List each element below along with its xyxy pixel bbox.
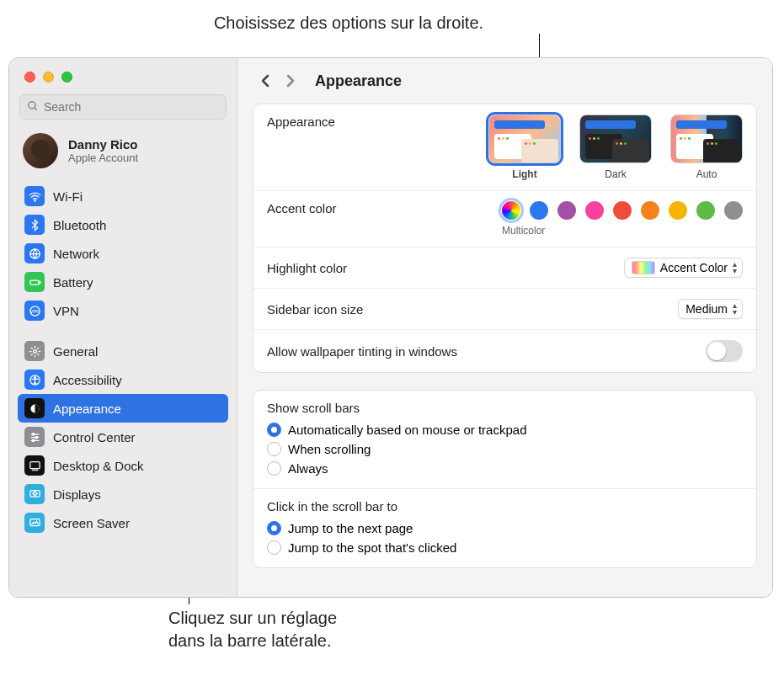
sidebar-item-displays[interactable]: Displays [18, 480, 228, 508]
sidebar-item-bluetooth[interactable]: Bluetooth [18, 210, 228, 239]
sidebar-item-screensaver[interactable]: Screen Saver [18, 508, 228, 537]
accent-color-f7439b[interactable] [585, 201, 604, 220]
theme-label: Light [512, 168, 536, 180]
svg-rect-18 [29, 461, 39, 468]
displays-icon [24, 484, 45, 504]
search-icon [27, 100, 39, 114]
desktop-icon [24, 455, 45, 476]
accent-color-group [502, 201, 743, 220]
theme-thumbnail [488, 114, 561, 163]
appearance-theme-group: Light Dark Auto [488, 114, 743, 180]
radio-label: Jump to the spot that's clicked [288, 540, 456, 555]
radio-label: Jump to the next page [288, 521, 413, 535]
svg-point-10 [34, 376, 35, 378]
svg-rect-4 [29, 280, 38, 285]
sidebar-item-vpn[interactable]: VPNVPN [18, 296, 228, 325]
accent-color-a550a7[interactable] [557, 201, 576, 220]
sidebar-item-desktop[interactable]: Desktop & Dock [18, 451, 228, 480]
svg-point-2 [34, 200, 35, 200]
sidebar-icon-size-popup[interactable]: Medium ▴▾ [678, 299, 743, 319]
click-scrollbar-option-0[interactable]: Jump to the next page [267, 519, 743, 538]
search-field[interactable] [19, 94, 227, 120]
accent-color-8e8e93[interactable] [724, 201, 743, 220]
system-settings-window: Danny Rico Apple Account Wi-FiBluetoothN… [8, 57, 773, 598]
appearance-icon [24, 398, 45, 418]
close-button[interactable] [24, 72, 35, 82]
toolbar: Appearance [237, 58, 772, 98]
chevron-updown-icon: ▴▾ [733, 302, 737, 316]
accent-color-2b77ef[interactable] [530, 201, 548, 220]
scroll-bars-option-2[interactable]: Always [267, 459, 743, 478]
screensaver-icon [24, 513, 45, 533]
wallpaper-tinting-toggle[interactable] [706, 340, 743, 362]
sidebar-item-label: Control Center [53, 430, 136, 444]
accent-color-ee4d3a[interactable] [613, 201, 632, 220]
svg-point-15 [32, 433, 35, 435]
sidebar-item-appearance[interactable]: Appearance [18, 394, 228, 423]
highlight-color-swatch [632, 261, 655, 274]
general-icon [24, 341, 45, 361]
sidebar-item-battery[interactable]: Battery [18, 268, 228, 296]
highlight-color-value: Accent Color [660, 261, 728, 274]
scroll-bars-header: Show scroll bars [267, 401, 743, 415]
avatar [23, 133, 58, 168]
chevron-updown-icon: ▴▾ [733, 261, 737, 274]
radio-button [267, 442, 281, 456]
minimize-button[interactable] [43, 72, 54, 82]
sidebar-item-label: Accessibility [53, 373, 122, 387]
svg-point-0 [29, 101, 35, 108]
back-button[interactable] [256, 72, 275, 90]
sidebar-item-network[interactable]: Network [18, 239, 228, 268]
sidebar-item-controlcenter[interactable]: Control Center [18, 423, 228, 451]
annotation-bottom-l1: Cliquez sur un réglage [168, 607, 337, 630]
theme-label: Auto [696, 168, 717, 180]
theme-label: Dark [605, 168, 626, 180]
theme-option-light[interactable]: Light [488, 114, 561, 180]
radio-button [267, 521, 281, 535]
sidebar-item-label: Battery [53, 275, 93, 290]
battery-icon [24, 272, 45, 292]
accent-selected-name: Multicolor [502, 225, 743, 237]
accent-color-multicolor[interactable] [502, 201, 520, 220]
accent-color-f7821b[interactable] [641, 201, 659, 220]
highlight-color-popup[interactable]: Accent Color ▴▾ [624, 258, 743, 278]
sidebar-item-label: VPN [53, 304, 79, 318]
sidebar-item-accessibility[interactable]: Accessibility [18, 365, 228, 394]
appearance-panel: Appearance Light Dark A [253, 104, 757, 373]
sidebar-item-label: Wi-Fi [53, 189, 83, 204]
sidebar-item-general[interactable]: General [18, 337, 228, 365]
scroll-bars-option-1[interactable]: When scrolling [267, 439, 743, 459]
sidebar-icon-size-value: Medium [685, 302, 728, 316]
radio-button [267, 423, 281, 437]
sidebar-item-label: General [53, 344, 98, 359]
radio-button [267, 540, 281, 555]
window-controls [9, 58, 237, 89]
svg-point-8 [33, 349, 36, 353]
svg-line-1 [35, 107, 37, 109]
accent-color-label: Accent color [267, 201, 337, 215]
theme-option-dark[interactable]: Dark [579, 114, 652, 180]
highlight-color-label: Highlight color [267, 261, 347, 275]
theme-option-auto[interactable]: Auto [670, 114, 743, 180]
forward-button[interactable] [281, 72, 300, 90]
radio-button [267, 461, 281, 476]
sidebar-item-wifi[interactable]: Wi-Fi [18, 182, 228, 210]
profile-row[interactable]: Danny Rico Apple Account [9, 128, 237, 182]
click-scrollbar-option-1[interactable]: Jump to the spot that's clicked [267, 538, 743, 557]
wifi-icon [24, 186, 45, 206]
accent-color-f7b500[interactable] [669, 201, 687, 220]
sidebar-item-label: Bluetooth [53, 218, 106, 232]
controlcenter-icon [24, 427, 45, 447]
sidebar-item-label: Screen Saver [53, 516, 130, 530]
zoom-button[interactable] [61, 72, 72, 82]
svg-point-17 [32, 439, 35, 442]
scroll-bars-option-0[interactable]: Automatically based on mouse or trackpad [267, 420, 743, 439]
accent-color-5dbb46[interactable] [696, 201, 715, 220]
sidebar-item-label: Desktop & Dock [53, 459, 144, 473]
sidebar-item-label: Displays [53, 487, 101, 502]
annotation-bottom: Cliquez sur un réglage dans la barre lat… [168, 607, 337, 652]
sidebar: Danny Rico Apple Account Wi-FiBluetoothN… [9, 58, 237, 597]
annotation-top: Choisissez des options sur la droite. [138, 12, 559, 35]
search-input[interactable] [44, 100, 219, 114]
sidebar-item-label: Appearance [53, 402, 121, 416]
